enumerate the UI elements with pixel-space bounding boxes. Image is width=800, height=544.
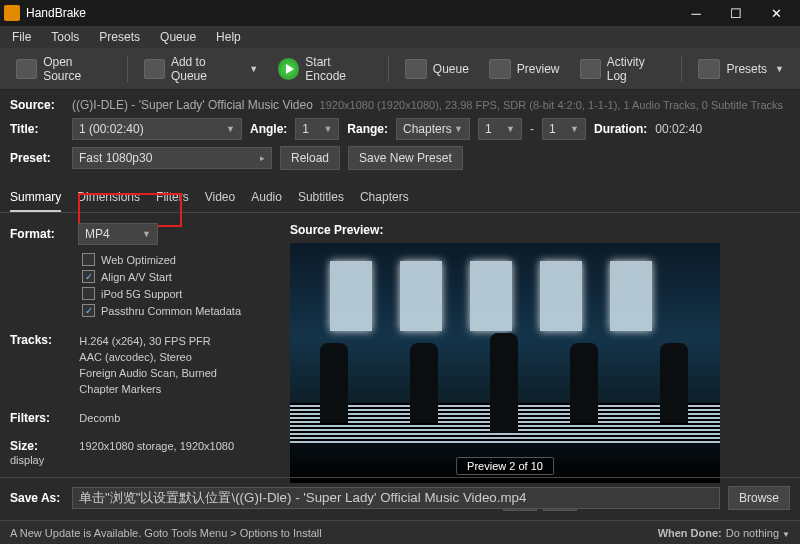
checkbox-ipod[interactable] <box>82 287 95 300</box>
save-as-row: Save As: Browse <box>0 477 800 518</box>
format-label: Format: <box>10 227 70 241</box>
menu-tools[interactable]: Tools <box>43 28 87 46</box>
tab-audio[interactable]: Audio <box>251 184 282 212</box>
minimize-button[interactable]: ─ <box>676 0 716 26</box>
presets-button[interactable]: Presets▼ <box>690 55 792 83</box>
checkbox-passthru[interactable] <box>82 304 95 317</box>
app-title: HandBrake <box>26 6 676 20</box>
track-line: AAC (avcodec), Stereo <box>79 349 217 365</box>
size-label: Size: <box>10 439 70 453</box>
range-from-select[interactable]: 1▼ <box>478 118 522 140</box>
add-to-queue-button[interactable]: Add to Queue▼ <box>136 51 266 87</box>
preset-row: Preset: Fast 1080p30▸ Reload Save New Pr… <box>10 146 790 170</box>
web-optimized-row[interactable]: Web Optimized <box>10 251 270 268</box>
play-icon <box>278 58 299 80</box>
titlebar: HandBrake ─ ☐ ✕ <box>0 0 800 26</box>
duration-label: Duration: <box>594 122 647 136</box>
preset-label: Preset: <box>10 151 64 165</box>
ipod-support-row[interactable]: iPod 5G Support <box>10 285 270 302</box>
when-done-label: When Done: <box>658 527 722 539</box>
source-value: ((G)I-DLE) - 'Super Lady' Official Music… <box>72 98 313 112</box>
tab-chapters[interactable]: Chapters <box>360 184 409 212</box>
chevron-down-icon: ▼ <box>775 64 784 74</box>
tracks-label: Tracks: <box>10 333 70 347</box>
source-row: Source: ((G)I-DLE) - 'Super Lady' Offici… <box>10 98 790 112</box>
track-line: Chapter Markers <box>79 381 217 397</box>
preview-label: Source Preview: <box>290 223 790 237</box>
update-notice: A New Update is Available. Goto Tools Me… <box>10 527 322 539</box>
passthru-metadata-row[interactable]: Passthru Common Metadata <box>10 302 270 319</box>
menu-help[interactable]: Help <box>208 28 249 46</box>
film-icon <box>16 59 37 79</box>
close-button[interactable]: ✕ <box>756 0 796 26</box>
tab-video[interactable]: Video <box>205 184 235 212</box>
checkbox-web-optimized[interactable] <box>82 253 95 266</box>
browse-button[interactable]: Browse <box>728 486 790 510</box>
filters-value: Decomb <box>79 410 120 426</box>
queue-button[interactable]: Queue <box>397 55 477 83</box>
source-preview: Preview 2 of 10 <box>290 243 720 483</box>
filters-label: Filters: <box>10 411 70 425</box>
format-highlight <box>78 193 182 227</box>
toolbar: Open Source Add to Queue▼ Start Encode Q… <box>0 48 800 90</box>
app-icon <box>4 5 20 21</box>
preview-button[interactable]: Preview <box>481 55 568 83</box>
menubar: File Tools Presets Queue Help <box>0 26 800 48</box>
start-encode-button[interactable]: Start Encode <box>270 51 380 87</box>
maximize-button[interactable]: ☐ <box>716 0 756 26</box>
range-to-select[interactable]: 1▼ <box>542 118 586 140</box>
preview-counter: Preview 2 of 10 <box>456 457 554 475</box>
source-info: 1920x1080 (1920x1080), 23.98 FPS, SDR (8… <box>320 99 783 111</box>
when-done-select[interactable]: Do nothing ▼ <box>726 527 790 539</box>
preview-icon <box>489 59 511 79</box>
reload-button[interactable]: Reload <box>280 146 340 170</box>
range-label: Range: <box>347 122 388 136</box>
duration-value: 00:02:40 <box>655 122 702 136</box>
checkbox-align-av[interactable] <box>82 270 95 283</box>
activity-icon <box>580 59 601 79</box>
tab-summary[interactable]: Summary <box>10 184 61 212</box>
chevron-down-icon: ▼ <box>249 64 258 74</box>
presets-icon <box>698 59 720 79</box>
queue-icon <box>405 59 427 79</box>
open-source-button[interactable]: Open Source <box>8 51 119 87</box>
save-new-preset-button[interactable]: Save New Preset <box>348 146 463 170</box>
save-as-input[interactable] <box>72 487 720 509</box>
activity-log-button[interactable]: Activity Log <box>572 51 674 87</box>
save-as-label: Save As: <box>10 491 64 505</box>
range-type-select[interactable]: Chapters▼ <box>396 118 470 140</box>
track-line: Foreign Audio Scan, Burned <box>79 365 217 381</box>
title-row: Title: 1 (00:02:40)▼ Angle: 1▼ Range: Ch… <box>10 118 790 140</box>
menu-file[interactable]: File <box>4 28 39 46</box>
angle-select[interactable]: 1▼ <box>295 118 339 140</box>
range-dash: - <box>530 122 534 136</box>
statusbar: A New Update is Available. Goto Tools Me… <box>0 520 800 544</box>
preset-select[interactable]: Fast 1080p30▸ <box>72 147 272 169</box>
angle-label: Angle: <box>250 122 287 136</box>
summary-panel: Format: MP4▼ Web Optimized Align A/V Sta… <box>10 223 270 511</box>
menu-presets[interactable]: Presets <box>91 28 148 46</box>
title-label: Title: <box>10 122 64 136</box>
track-line: H.264 (x264), 30 FPS PFR <box>79 333 217 349</box>
add-queue-icon <box>144 59 165 79</box>
format-select[interactable]: MP4▼ <box>78 223 158 245</box>
align-av-row[interactable]: Align A/V Start <box>10 268 270 285</box>
menu-queue[interactable]: Queue <box>152 28 204 46</box>
source-label: Source: <box>10 98 64 112</box>
tab-subtitles[interactable]: Subtitles <box>298 184 344 212</box>
title-select[interactable]: 1 (00:02:40)▼ <box>72 118 242 140</box>
